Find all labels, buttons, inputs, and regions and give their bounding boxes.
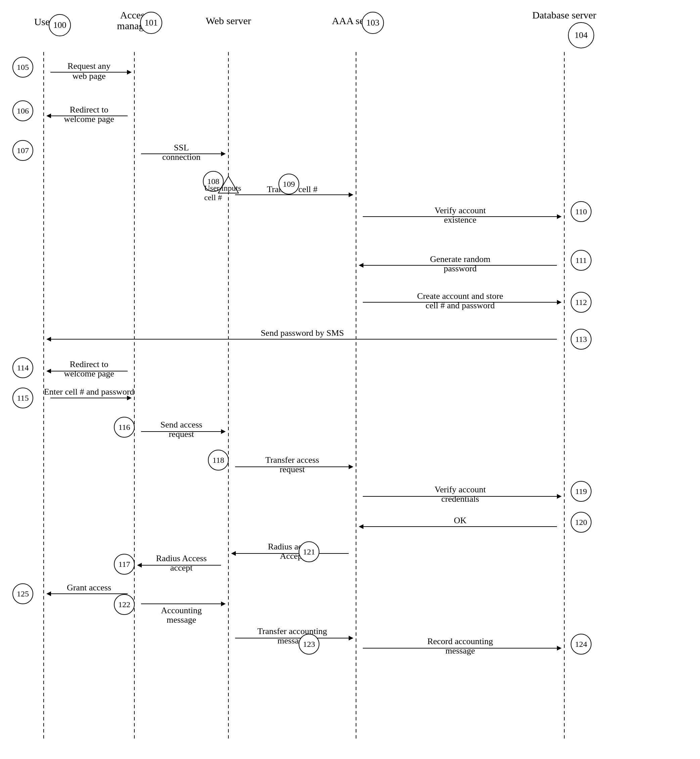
svg-text:request: request xyxy=(169,429,194,439)
svg-point-127 xyxy=(299,542,319,562)
svg-text:113: 113 xyxy=(575,335,587,344)
svg-text:122: 122 xyxy=(118,600,130,609)
svg-marker-17 xyxy=(218,176,239,193)
svg-point-101 xyxy=(203,171,223,191)
svg-marker-10 xyxy=(46,114,51,118)
svg-marker-56 xyxy=(359,524,363,529)
svg-text:109: 109 xyxy=(283,180,295,188)
svg-text:cell # and password: cell # and password xyxy=(426,301,495,310)
svg-text:Transfer accounting: Transfer accounting xyxy=(257,626,327,636)
svg-point-95 xyxy=(13,57,33,77)
svg-text:welcome page: welcome page xyxy=(64,114,114,124)
svg-text:106: 106 xyxy=(17,106,29,115)
svg-text:Send password by SMS: Send password by SMS xyxy=(261,328,344,338)
svg-text:Access: Access xyxy=(120,9,149,20)
svg-text:118: 118 xyxy=(212,456,224,464)
svg-point-99 xyxy=(13,141,33,161)
svg-point-137 xyxy=(571,634,591,654)
svg-marker-78 xyxy=(557,646,562,651)
svg-text:Verify account: Verify account xyxy=(434,206,486,215)
svg-text:request: request xyxy=(280,464,305,474)
svg-marker-37 xyxy=(46,369,51,373)
svg-point-87 xyxy=(49,14,70,36)
svg-point-107 xyxy=(571,201,591,222)
svg-marker-48 xyxy=(348,464,353,469)
svg-marker-22 xyxy=(557,214,562,219)
svg-marker-41 xyxy=(127,396,132,400)
svg-text:117: 117 xyxy=(118,560,130,568)
svg-point-121 xyxy=(208,450,228,470)
svg-text:Request any: Request any xyxy=(67,61,111,71)
svg-text:Transfer access: Transfer access xyxy=(266,455,319,465)
svg-text:web page: web page xyxy=(73,71,106,81)
svg-text:116: 116 xyxy=(118,423,130,431)
svg-text:Accounting: Accounting xyxy=(161,606,202,615)
svg-point-117 xyxy=(13,388,33,408)
svg-point-97 xyxy=(13,101,33,121)
svg-point-93 xyxy=(568,22,594,48)
svg-text:100: 100 xyxy=(53,20,67,30)
svg-text:Web server: Web server xyxy=(206,15,251,26)
svg-point-115 xyxy=(13,358,33,378)
svg-text:Send access: Send access xyxy=(161,420,203,429)
svg-text:message: message xyxy=(167,615,196,625)
svg-point-133 xyxy=(114,595,134,615)
svg-text:105: 105 xyxy=(17,63,29,72)
svg-text:111: 111 xyxy=(575,256,587,265)
svg-marker-74 xyxy=(348,636,353,640)
svg-text:101: 101 xyxy=(145,18,158,28)
svg-point-119 xyxy=(114,417,134,437)
svg-point-131 xyxy=(13,584,33,604)
svg-text:115: 115 xyxy=(17,394,28,402)
svg-marker-63 xyxy=(137,563,142,568)
svg-text:welcome page: welcome page xyxy=(64,369,114,378)
svg-point-125 xyxy=(571,512,591,532)
svg-point-91 xyxy=(362,12,384,34)
svg-text:Verify account: Verify account xyxy=(434,485,486,494)
svg-text:110: 110 xyxy=(575,207,587,216)
svg-text:OK: OK xyxy=(454,515,467,525)
svg-text:Create account and store: Create account and store xyxy=(417,291,503,301)
svg-text:Record accounting: Record accounting xyxy=(427,636,493,646)
svg-point-89 xyxy=(141,12,162,34)
svg-text:Generate random: Generate random xyxy=(430,254,491,264)
svg-text:accept: accept xyxy=(170,563,193,573)
svg-text:password: password xyxy=(444,264,477,273)
svg-text:connection: connection xyxy=(162,152,200,162)
diagram-container: Request any web page Redirect to welcome… xyxy=(0,0,700,759)
svg-text:112: 112 xyxy=(575,298,587,307)
svg-marker-44 xyxy=(221,429,226,434)
svg-text:Redirect to: Redirect to xyxy=(70,105,108,114)
svg-marker-30 xyxy=(557,300,562,305)
svg-marker-14 xyxy=(221,151,226,156)
svg-text:credentials: credentials xyxy=(441,494,479,504)
svg-marker-67 xyxy=(46,592,51,596)
svg-text:Grant access: Grant access xyxy=(67,583,111,592)
svg-point-111 xyxy=(571,292,591,312)
svg-text:cell #: cell # xyxy=(204,193,222,202)
svg-text:message: message xyxy=(445,646,475,656)
svg-text:Transfer cell #: Transfer cell # xyxy=(267,184,318,194)
svg-marker-34 xyxy=(46,337,51,342)
svg-text:123: 123 xyxy=(303,640,315,648)
svg-text:114: 114 xyxy=(17,363,28,372)
svg-point-129 xyxy=(114,554,134,574)
svg-text:120: 120 xyxy=(575,518,587,526)
diagram-svg: Request any web page Redirect to welcome… xyxy=(0,0,700,759)
svg-text:125: 125 xyxy=(17,589,29,598)
svg-text:119: 119 xyxy=(575,487,587,496)
svg-marker-6 xyxy=(127,70,132,75)
svg-point-113 xyxy=(571,329,591,349)
svg-text:SSL: SSL xyxy=(174,143,189,153)
svg-text:Accept: Accept xyxy=(280,551,305,561)
svg-text:Redirect to: Redirect to xyxy=(70,359,108,369)
svg-text:103: 103 xyxy=(366,18,380,28)
svg-text:107: 107 xyxy=(17,146,29,155)
svg-marker-59 xyxy=(231,551,236,556)
svg-text:message: message xyxy=(277,636,307,645)
svg-text:AAA server: AAA server xyxy=(332,15,380,26)
svg-marker-19 xyxy=(348,192,353,197)
svg-text:User inputs: User inputs xyxy=(204,184,241,192)
svg-text:User: User xyxy=(34,16,53,27)
svg-text:108: 108 xyxy=(207,177,219,186)
